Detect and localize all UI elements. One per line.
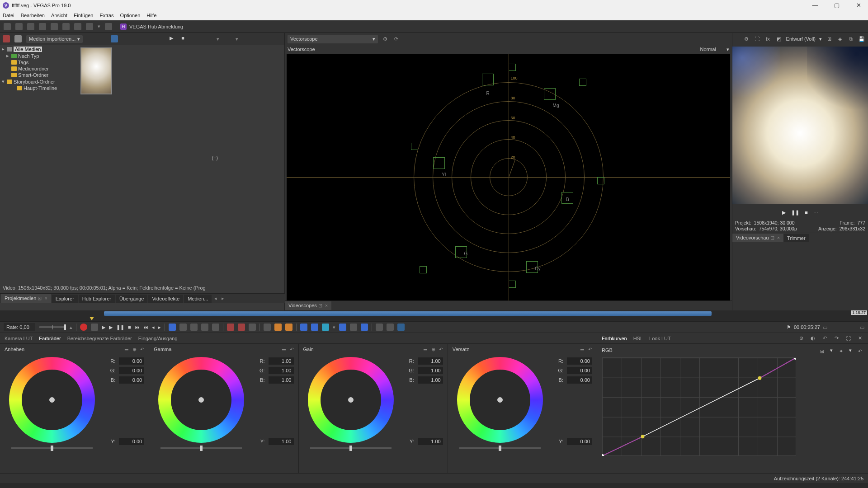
curve-reset-icon[interactable]: ↶ bbox=[856, 347, 863, 355]
ripple-dropdown-icon[interactable]: ▾ bbox=[333, 324, 335, 330]
preview-copy-icon[interactable]: ⧉ bbox=[847, 35, 854, 42]
preview-external-icon[interactable]: ⛶ bbox=[754, 35, 761, 42]
g-value[interactable]: 0.00 bbox=[119, 367, 144, 374]
reset-icon[interactable]: ↶ bbox=[290, 347, 294, 352]
zoom-icon[interactable] bbox=[201, 324, 208, 331]
tab-mediengenerator[interactable]: Medien... bbox=[184, 295, 212, 303]
b-value[interactable]: 0.00 bbox=[567, 376, 592, 384]
curve-auto-icon[interactable]: ✦ bbox=[837, 347, 844, 355]
import-media-button[interactable]: Medien importieren... ▾ bbox=[26, 35, 83, 43]
target-icon[interactable]: ⊕ bbox=[132, 347, 137, 352]
chevron-down-icon[interactable]: ▾ bbox=[819, 36, 822, 42]
menu-hilfe[interactable]: Hilfe bbox=[146, 13, 156, 18]
tree-smart-ordner[interactable]: Smart-Ordner bbox=[0, 72, 78, 78]
delete-icon[interactable] bbox=[212, 324, 219, 331]
tab-hub-explorer[interactable]: Hub Explorer bbox=[79, 295, 115, 303]
stop-icon[interactable]: ■ bbox=[128, 324, 131, 330]
preview-fx-icon[interactable]: fx bbox=[764, 35, 772, 42]
tree-root[interactable]: ▸Alle Medien bbox=[0, 46, 78, 52]
luma-slider[interactable] bbox=[11, 447, 93, 449]
mixer-icon[interactable] bbox=[376, 324, 383, 331]
scope-mode-selector[interactable]: Normal ▾ bbox=[700, 47, 729, 52]
scope-settings-icon[interactable]: ⚙ bbox=[382, 35, 389, 42]
redo-icon[interactable]: ↷ bbox=[833, 335, 840, 342]
envelope-icon[interactable] bbox=[179, 324, 187, 331]
event-group-icon[interactable] bbox=[339, 324, 346, 331]
compare-icon[interactable]: ◐ bbox=[809, 335, 816, 342]
preview-more-icon[interactable]: ⋯ bbox=[813, 210, 818, 216]
tab-videovorschau[interactable]: Videovorschau ⊡× bbox=[732, 234, 783, 242]
ignore-group-icon[interactable] bbox=[350, 324, 357, 331]
g-value[interactable]: 1.00 bbox=[418, 367, 443, 374]
magnify-icon[interactable] bbox=[224, 35, 231, 42]
tab-hsl[interactable]: HSL bbox=[633, 336, 643, 341]
copy-icon[interactable] bbox=[62, 23, 70, 30]
tree-tags[interactable]: Tags bbox=[0, 59, 78, 66]
r-value[interactable]: 0.00 bbox=[567, 357, 592, 365]
sliders-icon[interactable]: ⚌ bbox=[423, 347, 428, 352]
y-value[interactable]: 1.00 bbox=[269, 438, 294, 445]
tab-farbraeder[interactable]: Farbräder bbox=[39, 336, 61, 341]
close-icon[interactable] bbox=[134, 35, 142, 42]
tab-projektmedien[interactable]: Projektmedien ⊡× bbox=[1, 294, 51, 303]
trim-end-icon[interactable] bbox=[238, 324, 245, 331]
view-icon[interactable] bbox=[205, 35, 212, 42]
menu-ansicht[interactable]: Ansicht bbox=[51, 13, 67, 18]
timeline-cursor-row[interactable] bbox=[0, 317, 868, 321]
trim-start-icon[interactable] bbox=[227, 324, 234, 331]
next-frame-icon[interactable]: ▸ bbox=[158, 324, 161, 330]
reset-icon[interactable]: ↶ bbox=[439, 347, 443, 352]
tree-medienordner[interactable]: Medienordner bbox=[0, 66, 78, 72]
luma-slider[interactable] bbox=[310, 447, 392, 449]
menu-bearbeiten[interactable]: Bearbeiten bbox=[21, 13, 45, 18]
stop-icon[interactable]: ■ bbox=[181, 35, 189, 42]
playhead-icon[interactable] bbox=[90, 317, 94, 320]
undo-icon[interactable]: ↶ bbox=[821, 335, 828, 342]
target-icon[interactable]: ⊕ bbox=[431, 347, 435, 352]
curve-editor[interactable] bbox=[602, 357, 796, 456]
tree-haupt-timeline[interactable]: Haupt-Timeline bbox=[0, 85, 78, 91]
settings-icon[interactable] bbox=[146, 35, 153, 42]
more-icon[interactable] bbox=[387, 324, 394, 331]
preview-stop-icon[interactable]: ■ bbox=[805, 210, 808, 215]
tree-storyboard[interactable]: ▾Storyboard-Ordner bbox=[0, 78, 78, 85]
menu-einfuegen[interactable]: Einfügen bbox=[74, 13, 93, 18]
normal-edit-icon[interactable] bbox=[169, 324, 176, 331]
tab-videoeffekte[interactable]: Videoeffekte bbox=[148, 295, 183, 303]
rate-display[interactable]: Rate: 0,00 bbox=[4, 323, 35, 331]
bins-icon[interactable] bbox=[14, 35, 22, 42]
scroll-left-icon[interactable]: ◂ bbox=[212, 296, 219, 301]
refresh-icon[interactable] bbox=[193, 35, 200, 42]
menu-optionen[interactable]: Optionen bbox=[120, 13, 141, 18]
tab-trimmer[interactable]: Trimmer bbox=[783, 234, 809, 242]
tab-videoscopes[interactable]: Videoscopes ⊡× bbox=[285, 301, 331, 310]
tab-kamera-lut[interactable]: Kamera LUT bbox=[5, 336, 33, 341]
close-panel-icon[interactable]: ✕ bbox=[856, 335, 863, 342]
timeline-overview[interactable]: 1:18:27 bbox=[0, 310, 868, 317]
luma-slider[interactable] bbox=[160, 447, 242, 449]
paste-icon[interactable] bbox=[74, 23, 81, 30]
new-project-icon[interactable] bbox=[4, 23, 11, 30]
color-wheel[interactable] bbox=[9, 357, 95, 443]
properties-icon[interactable] bbox=[51, 23, 58, 30]
selection-icon[interactable] bbox=[190, 324, 198, 331]
prev-frame-icon[interactable]: ◂ bbox=[152, 324, 155, 330]
chevron-down-icon[interactable]: ▾ bbox=[849, 347, 852, 355]
capture-icon[interactable] bbox=[87, 35, 94, 42]
play-icon[interactable]: ▶ bbox=[170, 35, 177, 42]
record-icon[interactable] bbox=[80, 324, 87, 331]
scroll-right-icon[interactable]: ▸ bbox=[220, 296, 226, 301]
marker-flag-icon[interactable]: ⚑ bbox=[787, 324, 791, 330]
color-wheel[interactable] bbox=[308, 357, 394, 443]
view-dropdown-icon[interactable]: ▾ bbox=[217, 36, 219, 42]
render-icon[interactable] bbox=[39, 23, 46, 30]
scope-refresh-icon[interactable]: ⟳ bbox=[392, 35, 400, 42]
preview-play-icon[interactable]: ▶ bbox=[782, 210, 786, 216]
media-thumbnail[interactable] bbox=[80, 47, 112, 94]
curve-grid-icon[interactable]: ⊞ bbox=[818, 347, 826, 355]
preview-save-icon[interactable]: 💾 bbox=[858, 35, 865, 42]
color-wheel[interactable] bbox=[158, 357, 244, 443]
color-wheel[interactable] bbox=[457, 357, 543, 443]
preview-pause-icon[interactable]: ❚❚ bbox=[791, 210, 799, 216]
g-value[interactable]: 0.00 bbox=[567, 367, 592, 374]
